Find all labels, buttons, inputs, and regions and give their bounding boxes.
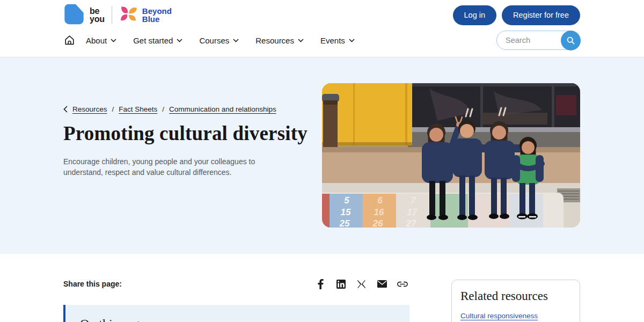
x-twitter-icon[interactable]	[354, 279, 369, 289]
chevron-down-icon	[298, 39, 304, 42]
chevron-down-icon	[177, 39, 182, 42]
nav-label: Get started	[133, 36, 173, 45]
chevron-left-icon	[63, 106, 68, 113]
beyondblue-logo-text: Beyond Blue	[142, 7, 172, 24]
search-input[interactable]	[504, 35, 554, 45]
register-button[interactable]: Register for free	[502, 5, 580, 25]
hero-image: 5 15 25 6 16 26 7 17 27	[322, 83, 580, 228]
svg-text:27: 27	[406, 218, 417, 228]
breadcrumb-link-resources[interactable]: Resources	[72, 105, 107, 113]
beyou-logo-link[interactable]: be you Beyond Blue	[63, 3, 172, 27]
home-icon[interactable]	[63, 34, 76, 46]
search-box	[496, 31, 580, 50]
hero-section: Resources / Fact Sheets / Communication …	[0, 57, 644, 254]
site-header: be you Beyond Blue Log in Register for f…	[0, 0, 644, 57]
on-this-page-panel: On this page	[63, 305, 409, 322]
page-subtitle: Encourage children, young people and you…	[63, 156, 279, 178]
email-icon[interactable]	[375, 279, 389, 289]
beyou-logo-text: be you	[90, 7, 105, 23]
breadcrumb-separator: /	[112, 105, 114, 113]
related-resources-title: Related resources	[460, 289, 571, 303]
nav-label: Events	[320, 36, 345, 45]
nav-item-resources[interactable]: Resources	[255, 36, 304, 45]
nav-item-about[interactable]: About	[86, 36, 116, 45]
content-section: Share this page: On this	[0, 254, 644, 322]
main-column: Share this page: On this	[63, 277, 409, 322]
header-actions: Log in Register for free	[453, 5, 580, 25]
breadcrumb-separator: /	[162, 105, 164, 113]
breadcrumb: Resources / Fact Sheets / Communication …	[63, 105, 318, 113]
svg-text:17: 17	[407, 207, 418, 217]
beyou-logo-icon	[63, 3, 85, 27]
on-this-page-title: On this page	[80, 317, 409, 322]
copy-link-icon[interactable]	[395, 279, 409, 289]
nav-items: About Get started Courses Resources Even…	[86, 36, 355, 45]
svg-text:5: 5	[344, 195, 349, 206]
facebook-icon[interactable]	[313, 279, 328, 289]
linkedin-icon[interactable]	[334, 279, 348, 289]
chevron-down-icon	[349, 39, 355, 42]
nav-label: Courses	[199, 36, 229, 45]
nav-label: About	[86, 36, 107, 45]
share-icons	[313, 279, 409, 289]
chevron-down-icon	[233, 39, 239, 42]
related-resource-item[interactable]: Cultural responsiveness and multicultura…	[460, 311, 571, 322]
svg-text:16: 16	[374, 207, 384, 217]
svg-text:25: 25	[339, 218, 350, 228]
header-top-row: be you Beyond Blue Log in Register for f…	[63, 0, 580, 27]
beyondblue-butterfly-icon	[119, 5, 138, 25]
svg-text:15: 15	[341, 207, 351, 217]
login-button[interactable]: Log in	[453, 5, 497, 25]
breadcrumb-link-fact-sheets[interactable]: Fact Sheets	[119, 105, 157, 113]
nav-label: Resources	[255, 36, 294, 45]
svg-text:6: 6	[377, 195, 383, 206]
svg-text:26: 26	[372, 218, 383, 228]
search-icon	[566, 36, 575, 45]
nav-item-events[interactable]: Events	[320, 36, 355, 45]
chevron-down-icon	[111, 39, 116, 42]
hero-text-column: Resources / Fact Sheets / Communication …	[63, 83, 318, 254]
nav-item-get-started[interactable]: Get started	[133, 36, 182, 45]
nav-item-courses[interactable]: Courses	[199, 36, 239, 45]
svg-text:7: 7	[411, 195, 416, 206]
share-label: Share this page:	[63, 280, 122, 288]
share-row: Share this page:	[63, 277, 409, 290]
related-resources-card: Related resources Cultural responsivenes…	[451, 280, 580, 322]
page-title: Promoting cultural diversity	[63, 120, 318, 147]
main-navigation: About Get started Courses Resources Even…	[63, 27, 580, 54]
logo-divider	[112, 6, 112, 24]
search-button[interactable]	[561, 31, 581, 50]
related-resource-link[interactable]: Cultural responsiveness and multicultura…	[460, 311, 551, 322]
breadcrumb-link-communication[interactable]: Communication and relationships	[169, 105, 276, 113]
